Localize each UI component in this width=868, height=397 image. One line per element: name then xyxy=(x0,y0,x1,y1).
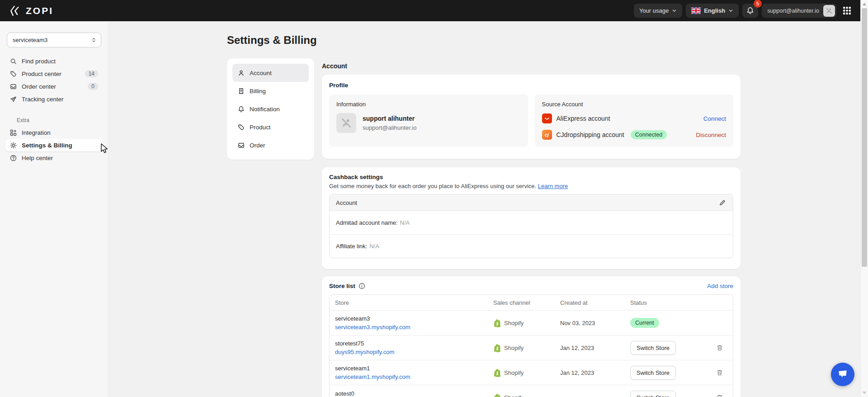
edit-cashback-button[interactable] xyxy=(718,198,726,207)
connect-link[interactable]: Connect xyxy=(703,115,726,122)
trash-icon xyxy=(716,344,723,351)
bell-icon xyxy=(746,7,754,14)
source-account-name: AliExpress account xyxy=(557,115,610,122)
cashback-table: Account Admitad account name: N/A xyxy=(329,194,733,258)
scrollbar-thumb[interactable] xyxy=(862,8,867,267)
sidebar-item-find-product[interactable]: Find product xyxy=(5,55,103,67)
cashback-settings-card: Cashback settings Get some money back fo… xyxy=(322,167,741,269)
shopify-icon xyxy=(493,393,501,397)
integration-icon xyxy=(10,129,17,136)
language-button[interactable]: English xyxy=(686,4,739,18)
tag-icon xyxy=(238,124,245,131)
channel-label: Shopify xyxy=(504,320,524,326)
switch-store-button[interactable]: Switch Store xyxy=(630,391,676,397)
disconnect-link[interactable]: Disconnect xyxy=(696,132,726,138)
your-usage-label: Your usage xyxy=(639,7,669,14)
gear-icon xyxy=(10,142,17,149)
sidebar-item-product-center[interactable]: Product center 14 xyxy=(5,67,103,80)
account-email: support@alihunter.io xyxy=(767,8,819,14)
cjdropshipping-icon: cj xyxy=(542,130,552,140)
send-icon xyxy=(10,96,17,103)
sidebar-item-label: Settings & Billing xyxy=(22,142,72,149)
account-menu-button[interactable]: support@alihunter.io xyxy=(762,4,836,18)
information-title: Information xyxy=(336,101,521,108)
tab-product[interactable]: Product xyxy=(232,118,309,136)
zopi-logo[interactable]: ZOPI xyxy=(10,5,53,17)
store-table-header: Store Sales channel Created at Status xyxy=(330,295,733,310)
store-url-link[interactable]: duys95.myshopify.com xyxy=(335,349,394,355)
source-account-panel: Source Account AliExpress account Connec… xyxy=(535,95,734,147)
search-icon xyxy=(10,58,17,65)
tab-order[interactable]: Order xyxy=(232,136,309,154)
sidebar-item-label: Integration xyxy=(22,129,51,136)
created-at: Jan 12, 2023 xyxy=(555,345,625,351)
scroll-down-arrow[interactable] xyxy=(863,392,866,394)
shopify-icon xyxy=(493,319,501,327)
tab-notification[interactable]: Notification xyxy=(232,100,309,118)
page-title: Settings & Billing xyxy=(227,34,741,47)
delete-store-button[interactable] xyxy=(716,394,723,397)
col-sales-channel: Sales channel xyxy=(488,299,555,306)
table-row: aotest0 Shopify Swit xyxy=(330,385,733,397)
chat-launcher-button[interactable] xyxy=(831,363,854,386)
inbox-icon xyxy=(10,83,17,90)
profile-card: Profile Information xyxy=(322,75,741,159)
chevron-down-icon xyxy=(728,8,733,13)
created-at: Nov 03, 2023 xyxy=(555,320,625,326)
store-list-title: Store list xyxy=(329,283,355,289)
delete-store-button[interactable] xyxy=(716,369,723,376)
sidebar-item-order-center[interactable]: Order center 0 xyxy=(5,80,103,93)
store-url-link[interactable]: serviceteam1.myshopify.com xyxy=(335,373,410,380)
notification-count-badge: 5 xyxy=(754,0,762,8)
sidebar-item-label: Help center xyxy=(22,155,53,161)
cjdropshipping-row: cj CJdropshipping account Connected Disc… xyxy=(542,129,726,140)
vertical-scrollbar[interactable] xyxy=(860,0,868,397)
info-icon[interactable] xyxy=(359,283,365,289)
sidebar-item-label: Tracking center xyxy=(22,96,64,103)
field-label: Admitad account name: xyxy=(336,219,398,226)
cashback-title: Cashback settings xyxy=(329,174,733,180)
app-window: ZOPI Your usage Eng xyxy=(0,0,868,397)
topbar: ZOPI Your usage Eng xyxy=(0,0,860,21)
table-row: serviceteam1 serviceteam1.myshopify.com … xyxy=(330,360,733,385)
sidebar-item-tracking-center[interactable]: Tracking center xyxy=(5,93,103,105)
sidebar-item-help-center[interactable]: Help center xyxy=(5,151,103,164)
uk-flag-icon xyxy=(691,7,701,14)
scroll-up-arrow[interactable] xyxy=(863,3,866,5)
chevron-down-icon xyxy=(672,8,677,13)
profile-name: support alihunter xyxy=(363,115,416,122)
aliexpress-icon xyxy=(542,113,552,123)
tab-label: Order xyxy=(250,142,265,149)
apps-grid-button[interactable] xyxy=(840,4,854,18)
delete-store-button[interactable] xyxy=(716,344,723,351)
sidebar-item-integration[interactable]: Integration xyxy=(5,126,103,139)
tab-label: Account xyxy=(250,70,272,76)
notifications-button[interactable]: 5 xyxy=(742,4,758,18)
store-url-link[interactable]: serviceteam3.myshopify.com xyxy=(335,324,410,331)
field-value: N/A xyxy=(369,243,379,250)
inbox-icon xyxy=(238,142,245,149)
language-label: English xyxy=(704,7,725,14)
tab-label: Billing xyxy=(250,88,266,95)
store-name: serviceteam3 xyxy=(335,315,488,322)
tab-label: Product xyxy=(250,124,271,131)
current-status-badge: Current xyxy=(630,318,659,328)
order-count-badge: 0 xyxy=(88,83,98,90)
switch-store-button[interactable]: Switch Store xyxy=(630,366,676,380)
trash-icon xyxy=(716,369,723,376)
source-account-title: Source Account xyxy=(542,101,726,108)
your-usage-button[interactable]: Your usage xyxy=(634,4,682,18)
tag-icon xyxy=(10,71,17,77)
tab-account[interactable]: Account xyxy=(232,64,309,82)
avatar xyxy=(823,5,835,17)
switch-store-button[interactable]: Switch Store xyxy=(630,341,676,355)
store-name: aotest0 xyxy=(335,390,488,397)
sidebar-item-settings-billing[interactable]: Settings & Billing xyxy=(5,139,103,151)
tab-billing[interactable]: Billing xyxy=(232,82,309,100)
store-selector[interactable]: serviceteam3 xyxy=(7,33,101,47)
shopify-icon xyxy=(493,344,501,352)
col-store: Store xyxy=(330,299,488,306)
cashback-table-header: Account xyxy=(336,199,357,206)
learn-more-link[interactable]: Learn more xyxy=(538,183,568,189)
add-store-link[interactable]: Add store xyxy=(707,283,733,289)
